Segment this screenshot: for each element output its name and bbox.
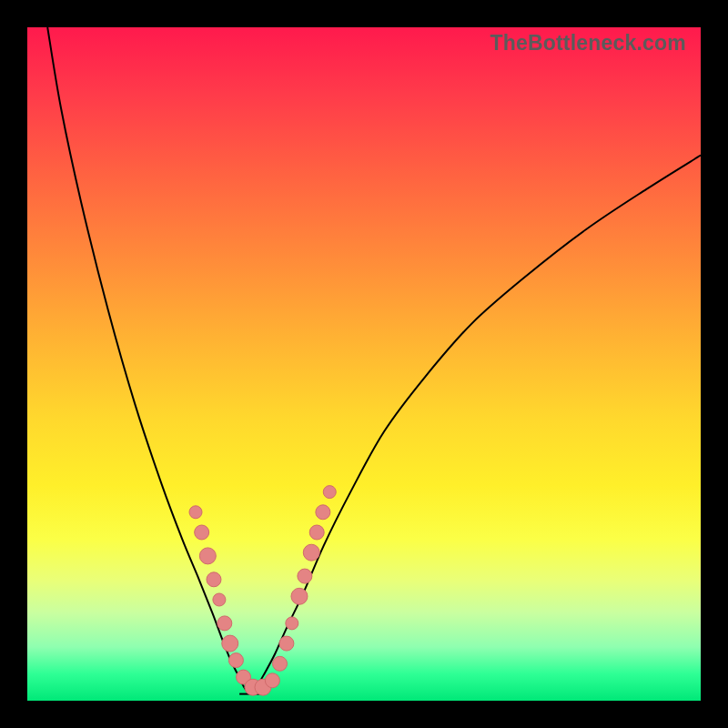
marker-dot: [213, 593, 226, 606]
marker-layer: [27, 27, 701, 701]
marker-dot: [273, 656, 288, 671]
marker-dot: [207, 572, 221, 587]
marker-dot: [279, 636, 294, 651]
marker-dot: [199, 548, 216, 564]
marker-dot: [303, 544, 319, 561]
marker-dot: [298, 569, 312, 583]
marker-dot: [323, 486, 336, 499]
marker-dot: [316, 505, 330, 520]
marker-dot: [265, 673, 279, 688]
marker-dot: [189, 506, 202, 519]
marker-dot: [309, 525, 324, 540]
plot-area: TheBottleneck.com: [27, 27, 701, 701]
marker-dot: [228, 653, 243, 668]
marker-dot: [217, 616, 232, 631]
marker-dot: [286, 617, 298, 630]
chart-frame: TheBottleneck.com: [0, 0, 728, 728]
marker-dot: [222, 635, 238, 652]
marker-dot: [195, 525, 209, 540]
marker-dot: [291, 588, 308, 604]
